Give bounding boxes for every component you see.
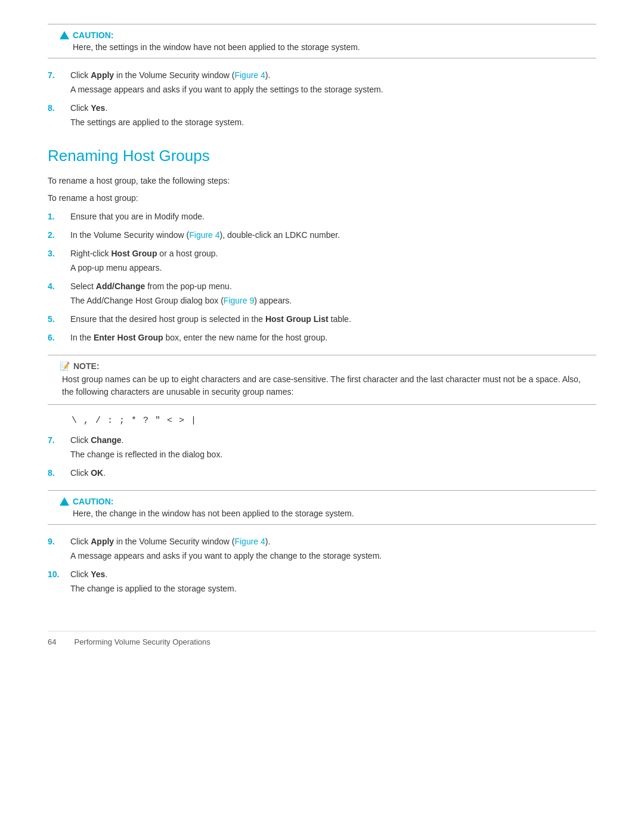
figure4-link-2[interactable]: Figure 4 [189,230,219,240]
step-7-pre: 7. Click Apply in the Volume Security wi… [48,69,596,96]
step-content-9: Click Apply in the Volume Security windo… [70,535,596,562]
step-content-7: Click Change. The change is reflected in… [70,434,596,461]
note-box: 📝 NOTE: Host group names can be up to ei… [48,355,596,405]
step-sub-9: A message appears and asks if you want t… [70,550,596,562]
step-num-6: 6. [48,332,64,344]
figure4-link-7[interactable]: Figure 4 [234,70,265,80]
step-content-2: In the Volume Security window (Figure 4)… [70,229,596,241]
step-8-pre: 8. Click Yes. The settings are applied t… [48,102,596,129]
caution-triangle-icon [60,31,69,39]
step-10: 10. Click Yes. The change is applied to … [48,568,596,595]
top-caution-text: Here, the settings in the window have no… [73,42,584,52]
intro-paragraph-2: To rename a host group: [48,192,596,205]
step-sub-3: A pop-up menu appears. [70,262,596,274]
step-7: 7. Click Change. The change is reflected… [48,434,596,461]
step-num-7: 7. [48,434,64,461]
step-5: 5. Ensure that the desired host group is… [48,313,596,326]
footer-page-number: 64 [48,637,56,646]
step-sub-4: The Add/Change Host Group dialog box (Fi… [70,295,596,307]
section-title: Renaming Host Groups [48,147,596,165]
note-text: Host group names can be up to eight char… [62,373,584,398]
step-content-4: Select Add/Change from the pop-up menu. … [70,280,596,307]
step-num-2: 2. [48,229,64,241]
step-content-3: Right-click Host Group or a host group. … [70,247,596,274]
step-8: 8. Click OK. [48,467,596,479]
bottom-caution-triangle-icon [60,497,69,506]
bottom-caution-box: CAUTION: Here, the change in the window … [48,490,596,525]
step-6: 6. In the Enter Host Group box, enter th… [48,332,596,344]
bottom-caution-header: CAUTION: [60,497,584,506]
bottom-caution-text: Here, the change in the window has not b… [73,509,584,518]
after-note-steps: 7. Click Change. The change is reflected… [48,434,596,479]
step-content-7-pre: Click Apply in the Volume Security windo… [70,69,596,96]
figure4-link-9[interactable]: Figure 4 [234,537,265,546]
step-num-10: 10. [48,568,64,595]
step-num-3: 3. [48,247,64,274]
top-caution-header: CAUTION: [60,30,584,40]
note-label: NOTE: [73,361,100,371]
note-header: 📝 NOTE: [60,361,584,371]
figure9-link[interactable]: Figure 9 [224,296,254,305]
step-num-8: 8. [48,467,64,479]
step-9: 9. Click Apply in the Volume Security wi… [48,535,596,562]
bottom-caution-label: CAUTION: [73,497,113,506]
step-content-8-pre: Click Yes. The settings are applied to t… [70,102,596,129]
step-4: 4. Select Add/Change from the pop-up men… [48,280,596,307]
footer-title: Performing Volume Security Operations [74,637,210,646]
main-steps-list: 1. Ensure that you are in Modify mode. 2… [48,210,596,344]
step-content-8: Click OK. [70,467,596,479]
step-content-1: Ensure that you are in Modify mode. [70,210,596,223]
step-sub-10: The change is applied to the storage sys… [70,583,596,595]
note-icon: 📝 [60,361,70,371]
step-num-9: 9. [48,535,64,562]
step-sub-7: The change is reflected in the dialog bo… [70,448,596,461]
special-characters: \ , / : ; * ? " < > | [72,416,596,426]
top-caution-label: CAUTION: [73,30,113,40]
pre-section-steps: 7. Click Apply in the Volume Security wi… [48,69,596,129]
step-content-6: In the Enter Host Group box, enter the n… [70,332,596,344]
step-2: 2. In the Volume Security window (Figure… [48,229,596,241]
final-steps: 9. Click Apply in the Volume Security wi… [48,535,596,595]
step-content-10: Click Yes. The change is applied to the … [70,568,596,595]
step-1: 1. Ensure that you are in Modify mode. [48,210,596,223]
step-content-5: Ensure that the desired host group is se… [70,313,596,326]
step-sub-8-pre: The settings are applied to the storage … [70,116,596,129]
step-num-5: 5. [48,313,64,326]
step-num-1: 1. [48,210,64,223]
intro-paragraph-1: To rename a host group, take the followi… [48,175,596,187]
step-num-7-pre: 7. [48,69,64,96]
step-num-4: 4. [48,280,64,307]
step-sub-7-pre: A message appears and asks if you want t… [70,83,596,96]
top-caution-box: CAUTION: Here, the settings in the windo… [48,24,596,58]
step-3: 3. Right-click Host Group or a host grou… [48,247,596,274]
footer: 64 Performing Volume Security Operations [48,631,596,646]
step-num-8-pre: 8. [48,102,64,129]
